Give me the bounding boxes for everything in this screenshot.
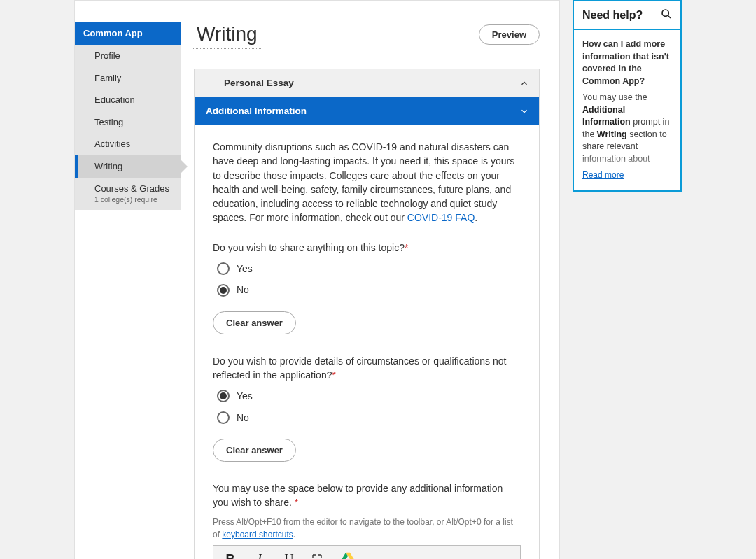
accordion-title: Additional Information: [206, 106, 307, 116]
svg-point-0: [662, 10, 668, 16]
google-drive-icon[interactable]: [341, 550, 355, 559]
q1-radio-yes[interactable]: Yes: [217, 262, 521, 276]
sidebar-item-label: Family: [94, 73, 121, 83]
keyboard-shortcuts-link[interactable]: keyboard shortcuts: [222, 530, 293, 539]
sidebar-item-label: Profile: [94, 50, 120, 61]
sidebar-item-profile[interactable]: Profile: [75, 45, 181, 67]
sidebar-item-writing[interactable]: Writing: [75, 155, 181, 178]
radio-label: No: [237, 411, 249, 425]
radio-icon: [217, 390, 230, 402]
main-content: Writing Preview Personal Essay Additiona…: [181, 22, 540, 559]
rich-text-editor: B I U: [213, 545, 521, 559]
sidebar-item-activities[interactable]: Activities: [75, 133, 181, 155]
accordion-body-additional-information: Community disruptions such as COVID-19 a…: [195, 125, 539, 559]
chevron-down-icon: [519, 106, 529, 116]
sidebar-item-label: Testing: [94, 117, 123, 127]
sidebar-item-label: Writing: [94, 161, 122, 171]
help-question: How can I add more information that isn'…: [582, 38, 672, 87]
help-title: Need help?: [582, 9, 643, 22]
accordion-additional-information: Additional Information Community disrupt…: [194, 97, 540, 559]
radio-label: Yes: [237, 262, 253, 276]
search-icon[interactable]: [661, 8, 672, 22]
sidebar-item-label: Education: [94, 94, 135, 105]
radio-icon: [217, 284, 230, 297]
fullscreen-button[interactable]: [312, 553, 326, 559]
intro-text: Community disruptions such as COVID-19 a…: [213, 140, 521, 225]
help-body: How can I add more information that isn'…: [574, 30, 680, 190]
sidebar-header: Common App: [75, 22, 181, 45]
q1-radio-no[interactable]: No: [217, 283, 521, 297]
intro-text-content: Community disruptions such as COVID-19 a…: [213, 141, 514, 223]
essay-prompt: You may use the space below to provide a…: [213, 481, 521, 510]
accordion-title: Personal Essay: [224, 78, 294, 88]
accordion-personal-essay: Personal Essay: [194, 69, 540, 97]
editor-hint: Press Alt/Opt+F10 from the editor to nav…: [213, 516, 521, 541]
radio-label: No: [237, 283, 249, 297]
page-title: Writing: [194, 22, 260, 47]
radio-icon: [217, 262, 230, 275]
svg-line-1: [668, 15, 671, 18]
sidebar-item-label: Activities: [94, 139, 130, 149]
q2-radio-yes[interactable]: Yes: [217, 389, 521, 403]
read-more-link[interactable]: Read more: [582, 169, 624, 181]
q2-radio-no[interactable]: No: [217, 411, 521, 425]
underline-button[interactable]: U: [282, 550, 296, 559]
sidebar-item-education[interactable]: Education: [75, 89, 181, 111]
sidebar-item-label: Courses & Grades: [94, 183, 169, 194]
covid-faq-link[interactable]: COVID-19 FAQ: [407, 212, 475, 223]
main-header: Writing Preview: [194, 22, 540, 57]
sidebar: Common App Profile Family Education Test…: [75, 22, 181, 210]
sidebar-item-family[interactable]: Family: [75, 67, 181, 90]
editor-toolbar: B I U: [214, 546, 520, 559]
accordion-header-additional-information[interactable]: Additional Information: [195, 97, 539, 125]
help-panel: Need help? How can I add more informatio…: [573, 0, 682, 192]
question2-label: Do you wish to provide details of circum…: [213, 354, 521, 383]
bold-button[interactable]: B: [223, 550, 237, 559]
accordion-header-personal-essay[interactable]: Personal Essay: [195, 69, 539, 97]
italic-button[interactable]: I: [253, 550, 267, 559]
radio-label: Yes: [237, 389, 253, 403]
help-header: Need help?: [574, 1, 680, 30]
q2-clear-button[interactable]: Clear answer: [213, 439, 296, 462]
sidebar-item-testing[interactable]: Testing: [75, 111, 181, 134]
radio-icon: [217, 411, 230, 424]
q1-clear-button[interactable]: Clear answer: [213, 311, 296, 334]
sidebar-item-courses-grades[interactable]: Courses & Grades 1 college(s) require: [75, 178, 181, 210]
sidebar-item-sublabel: 1 college(s) require: [94, 195, 172, 204]
chevron-up-icon: [519, 78, 529, 88]
preview-button[interactable]: Preview: [479, 24, 540, 45]
question1-label: Do you wish to share anything on this to…: [213, 241, 521, 255]
